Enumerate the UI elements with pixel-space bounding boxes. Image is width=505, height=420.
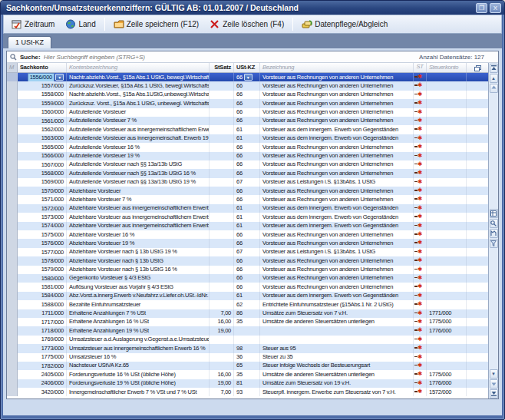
cell-kontenbezeichnung[interactable]: Erhaltene Anzahlungen 19 % USt [67,326,210,335]
cell-stsatz[interactable] [210,117,234,125]
cell-bezeichnung[interactable]: Vorsteuer aus Rechnungen von anderen Unt… [260,108,414,117]
table-row[interactable]: 1561/000▼ Aufzuteilende Vorsteuer 7 % 66… [7,117,488,125]
cell-kontenbezeichnung[interactable]: Innergemeinschaftlicher Erwerb 7 % VSt u… [67,388,210,396]
cell-steuerkonto[interactable]: 1776/000 [427,379,467,388]
scroll-last-button[interactable] [490,389,498,399]
cell-steuerkonto[interactable] [427,266,467,274]
cell-steuerkonto[interactable] [427,125,467,134]
cell-kontenbezeichnung[interactable]: Umsatzsteuer a.d.Auslagerung v.Gegenst.a… [67,336,210,344]
cell-steuerkonto[interactable]: 1775/000 [427,370,467,379]
cell-bezeichnung[interactable]: Vorsteuer aus Rechnungen von anderen Unt… [260,73,414,81]
cell-ustkz[interactable]: 35 ▼ [234,318,260,326]
cell-sachkonto[interactable]: 2406/000▼ [18,379,67,388]
cell-ustkz[interactable]: 36 ▼ [234,353,260,362]
cell-sachkonto[interactable]: 1571/000▼ [18,195,67,203]
cell-ustkz[interactable]: 66 ▼ [234,187,260,195]
cell-stsatz[interactable]: 16,00 [210,370,234,379]
cell-stsatz[interactable] [210,274,234,283]
cell-ustkz[interactable]: 67 ▼ [234,248,260,256]
table-row[interactable]: 2406/000▼ Forderungsverluste 19 % USt (ü… [7,379,488,388]
cell-sachkonto[interactable]: 1568/000▼ [18,169,67,177]
cell-sachkonto[interactable]: 1574/000▼ [18,222,67,230]
cell-bezeichnung[interactable]: Umsätze zum Steuersatz von 7 v.H. [260,309,414,318]
cell-stsatz[interactable] [210,344,234,352]
cell-bezeichnung[interactable]: Vorsteuer aus Rechnungen von anderen Unt… [260,143,414,151]
cell-ustkz[interactable]: 61 ▼ [234,213,260,221]
cell-bezeichnung[interactable]: Vorsteuer aus Rechnungen von anderen Unt… [260,283,414,291]
cell-steuerkonto[interactable] [427,160,467,169]
cell-bezeichnung[interactable]: Vorsteuer aus dem innergem. Erwerb von G… [260,292,414,300]
cell-bezeichnung[interactable]: Steuerpfl. innergem. Erwerbe zum Steuers… [260,388,414,396]
cell-steuerkonto[interactable] [427,222,467,230]
cell-sachkonto[interactable]: 1575/000▼ [18,230,67,239]
cell-steuerkonto[interactable] [427,169,467,177]
cell-ustkz[interactable]: 66 ▼ [234,230,260,239]
cell-steuerkonto[interactable] [427,283,467,291]
cell-kontenbezeichnung[interactable]: Erhaltene Anzahlungen 7 % USt [67,309,210,318]
cell-kontenbezeichnung[interactable]: Abz.Vorst.a.innerg.Erwerb v.Neufahrz.v.L… [67,292,210,300]
cell-ustkz[interactable]: 61 ▼ [234,125,260,134]
tab-ust-kz[interactable]: 1 USt-KZ [8,36,51,48]
cell-stsatz[interactable]: 19,00 [210,326,234,335]
cell-sachkonto[interactable]: 1577/000▼ [18,248,67,256]
column-header-steuerkonto[interactable]: Steuerkonto [427,63,467,72]
table-row[interactable]: 1711/000▼ Erhaltene Anzahlungen 7 % USt … [7,309,488,318]
cell-kontenbezeichnung[interactable]: Nachsteuer UStVA Kz.65 [67,362,210,370]
cell-stsatz[interactable] [210,152,234,160]
cell-bezeichnung[interactable] [260,326,414,335]
cell-bezeichnung[interactable]: Vorsteuer aus Leistungen i.S. §13bAbs. 1… [260,248,414,256]
cell-stsatz[interactable] [210,91,234,99]
cell-kontenbezeichnung[interactable]: Abziehbare Vorsteuer aus innergemeinscha… [67,204,210,213]
cell-bezeichnung[interactable]: Vorsteuer aus Rechnungen von anderen Unt… [260,99,414,107]
cell-steuerkonto[interactable] [427,213,467,221]
cell-steuerkonto[interactable] [427,239,467,247]
search-rows-icon[interactable] [490,219,498,228]
cell-stsatz[interactable] [210,160,234,169]
cell-kontenbezeichnung[interactable]: Abziehbare Vorsteuer [67,187,210,195]
cell-steuerkonto[interactable] [427,344,467,352]
cell-steuerkonto[interactable] [427,353,467,362]
cell-ustkz[interactable]: 66 ▼ [234,169,260,177]
cell-sachkonto[interactable]: 1717/000▼ [18,318,67,326]
table-row[interactable]: 1775/000▼ Umsatzsteuer 16 % 36 ▼ Steuer … [7,353,488,362]
cell-ustkz[interactable]: 61 ▼ [234,222,260,230]
cell-ustkz[interactable]: ▼ [234,336,260,344]
cell-stsatz[interactable] [210,195,234,203]
cell-stsatz[interactable] [210,283,234,291]
table-row[interactable]: 3420/000▼ Innergemeinschaftlicher Erwerb… [7,388,488,396]
cell-stsatz[interactable] [210,248,234,256]
table-row[interactable]: 1584/000▼ Abz.Vorst.a.innerg.Erwerb v.Ne… [7,292,488,300]
cell-sachkonto[interactable]: 1578/000▼ [18,256,67,265]
vertical-scrollbar[interactable]: ▲ [488,63,498,399]
cell-kontenbezeichnung[interactable]: Zurückzuz.Vorsteuer, §15a Abs.1 UStG, be… [67,81,210,90]
cell-sachkonto[interactable]: 1569/000▼ [18,178,67,187]
cell-ustkz[interactable]: 67 ▼ [234,178,260,187]
cell-bezeichnung[interactable]: Vorsteuer aus Leistungen i.S. §13bAbs. 1… [260,178,414,187]
cell-bezeichnung[interactable]: Vorsteuer aus dem innergem. Erwerb von G… [260,125,414,134]
cell-bezeichnung[interactable]: Umsätze die anderen Steuersätzen unterli… [260,370,414,379]
land-button[interactable]: Land [61,17,100,31]
cell-kontenbezeichnung[interactable]: Nachtr.abziehb.Vorst., §15a Abs.1UStG,un… [67,91,210,99]
cell-steuerkonto[interactable] [427,134,467,143]
cell-stsatz[interactable]: 19,00 [210,379,234,388]
table-row[interactable]: 1579/000▼ Abziehbare Vorsteuer nach § 13… [7,266,488,274]
cell-bezeichnung[interactable]: Vorsteuer aus Rechnungen von anderen Unt… [260,160,414,169]
cell-stsatz[interactable] [210,108,234,117]
cell-stsatz[interactable] [210,81,234,90]
cell-ustkz[interactable]: 66 ▼ [234,239,260,247]
cell-ustkz[interactable]: 66 ▼ [234,99,260,107]
table-row[interactable]: 1568/000▼ Aufzuteilende Vorsteuer nach §… [7,169,488,177]
cell-kontenbezeichnung[interactable]: Abziehbare Vorsteuer 16 % [67,230,210,239]
table-row[interactable]: 1576/000▼ Abziehbare Vorsteuer 19 % 66 ▼… [7,239,488,247]
cell-bezeichnung[interactable]: Vorsteuer aus Rechnungen von anderen Unt… [260,117,414,125]
cell-steuerkonto[interactable] [427,178,467,187]
scroll-first-button[interactable] [490,64,498,73]
cell-stsatz[interactable] [210,143,234,151]
cell-kontenbezeichnung[interactable]: Umsatzsteuer 16 % [67,353,210,362]
cell-sachkonto[interactable]: 1570/000▼ [18,187,67,195]
cell-steuerkonto[interactable] [427,152,467,160]
cell-steuerkonto[interactable]: 1775/000 [427,318,467,326]
sachkonto-dropdown-button[interactable]: ▼ [55,74,64,81]
table-row[interactable]: 1571/000▼ Abziehbare Vorsteuer 7 % 66 ▼ … [7,195,488,203]
search-input[interactable] [44,54,416,61]
